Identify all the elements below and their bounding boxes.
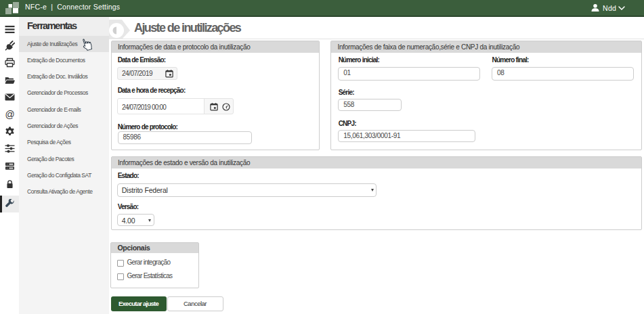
- svg-text:@: @: [5, 110, 14, 120]
